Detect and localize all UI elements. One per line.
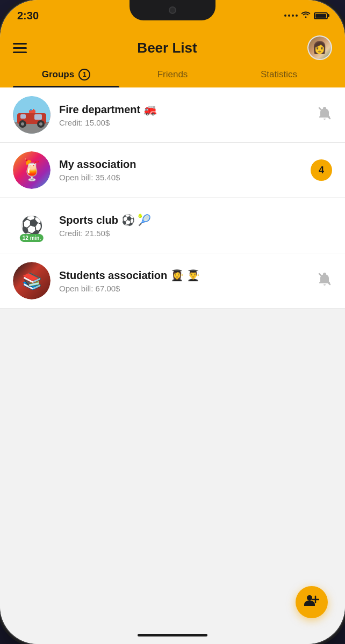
group-avatar xyxy=(13,96,51,134)
group-info: Sports club ⚽ 🎾 Credit: 21.50$ xyxy=(59,214,324,238)
group-avatar: 📚 xyxy=(13,262,51,299)
groups-list: Fire department 🚒 Credit: 15.00$ xyxy=(0,87,345,626)
menu-button[interactable] xyxy=(13,43,27,53)
front-camera xyxy=(169,6,176,14)
signal-icon xyxy=(284,14,298,17)
status-time: 2:30 xyxy=(17,10,39,22)
group-info: Fire department 🚒 Credit: 15.00$ xyxy=(59,103,308,127)
tab-statistics-label: Statistics xyxy=(261,69,297,80)
time-badge: 12 min. xyxy=(20,234,44,242)
group-action[interactable] xyxy=(317,106,332,124)
group-info: Students association 👩‍🎓 👨‍🎓 Open bill: … xyxy=(59,269,308,293)
groups-badge: 1 xyxy=(78,69,90,80)
group-sub: Open bill: 35.40$ xyxy=(59,173,302,182)
list-item[interactable]: 📚 Students association 👩‍🎓 👨‍🎓 Open bill… xyxy=(0,253,345,309)
phone-frame: 2:30 xyxy=(0,0,345,644)
svg-point-8 xyxy=(39,122,42,126)
tab-bar: Groups 1 Friends Statistics xyxy=(0,62,345,87)
group-info: My association Open bill: 35.40$ xyxy=(59,158,302,182)
notch xyxy=(130,0,215,20)
wifi-icon xyxy=(301,11,311,20)
tab-statistics[interactable]: Statistics xyxy=(226,62,332,86)
group-name: Students association 👩‍🎓 👨‍🎓 xyxy=(59,269,308,282)
svg-rect-10 xyxy=(30,109,32,111)
list-item[interactable]: ⚽ 12 min. Sports club ⚽ 🎾 Credit: 21.50$ xyxy=(0,198,345,253)
svg-rect-3 xyxy=(34,114,42,120)
group-name: My association xyxy=(59,158,302,171)
svg-point-14 xyxy=(307,595,312,601)
group-avatar: 🍹 xyxy=(13,151,51,189)
group-sub: Credit: 21.50$ xyxy=(59,229,324,238)
svg-rect-9 xyxy=(29,110,35,113)
svg-point-6 xyxy=(21,122,24,126)
group-avatar: ⚽ 12 min. xyxy=(13,207,51,244)
svg-rect-11 xyxy=(33,109,34,111)
group-name: Sports club ⚽ 🎾 xyxy=(59,214,324,226)
group-sub: Open bill: 67.00$ xyxy=(59,284,308,293)
status-icons xyxy=(284,11,328,20)
add-group-button[interactable] xyxy=(296,586,328,618)
tab-friends-label: Friends xyxy=(157,69,188,80)
muted-bell-icon xyxy=(317,275,332,289)
home-indicator xyxy=(138,634,207,636)
home-bar xyxy=(0,626,345,644)
list-item[interactable]: 🍹 My association Open bill: 35.40$ 4 xyxy=(0,143,345,198)
page-title: Beer List xyxy=(137,40,197,56)
group-action[interactable]: 4 xyxy=(311,159,332,181)
app-header: Beer List 👩 xyxy=(0,28,345,62)
user-avatar[interactable]: 👩 xyxy=(307,35,332,60)
notification-badge: 4 xyxy=(311,159,332,181)
tab-groups-label: Groups xyxy=(42,69,74,80)
tab-groups[interactable]: Groups 1 xyxy=(13,62,119,86)
group-name: Fire department 🚒 xyxy=(59,103,308,116)
screen: 2:30 xyxy=(0,0,345,644)
battery-icon xyxy=(314,12,328,19)
group-action[interactable] xyxy=(317,272,332,290)
muted-bell-icon xyxy=(317,109,332,123)
tab-friends[interactable]: Friends xyxy=(119,62,226,86)
svg-rect-4 xyxy=(20,114,26,119)
group-sub: Credit: 15.00$ xyxy=(59,118,308,127)
list-item[interactable]: Fire department 🚒 Credit: 15.00$ xyxy=(0,87,345,143)
add-person-icon xyxy=(304,593,319,611)
